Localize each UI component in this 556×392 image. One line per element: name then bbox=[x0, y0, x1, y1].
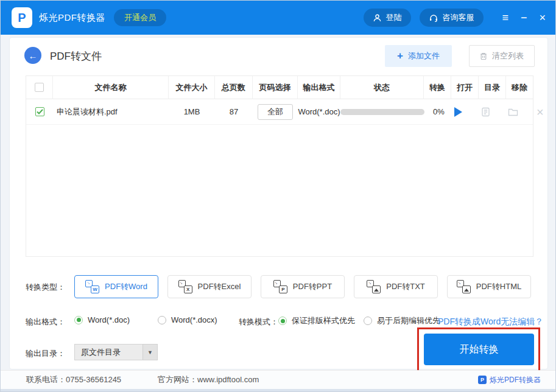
support-button[interactable]: 咨询客服 bbox=[420, 9, 484, 27]
image-icon bbox=[374, 288, 379, 292]
brand-logo-icon: P bbox=[478, 376, 487, 384]
vip-badge-button[interactable]: 开通会员 bbox=[114, 9, 166, 26]
col-convert: 转换 bbox=[424, 76, 451, 99]
login-label: 登陆 bbox=[385, 12, 401, 23]
official-website: 官方网站：www.ipdftool.com bbox=[158, 374, 259, 385]
output-dir-dropdown[interactable]: 原文件目录 ▼ bbox=[74, 344, 158, 360]
back-arrow-icon: ← bbox=[29, 51, 38, 61]
radio-edit-priority[interactable]: 易于后期编辑优先 bbox=[364, 315, 440, 326]
radio-label: Word(*.doc) bbox=[88, 315, 130, 324]
close-icon[interactable]: × bbox=[539, 12, 546, 23]
tab-pdf-to-txt[interactable]: PDF转TXT bbox=[354, 275, 438, 298]
file-table: 文件名称 文件大小 总页数 页码选择 输出格式 状态 转换 打开 目录 移除 bbox=[26, 75, 533, 257]
radio-off-icon bbox=[364, 317, 372, 325]
radio-word-docx[interactable]: Word(*.docx) bbox=[158, 315, 217, 324]
tab-pdf-to-ppt[interactable]: P PDF转PPT bbox=[261, 275, 345, 298]
chevron-down-icon: ▼ bbox=[143, 345, 157, 360]
table-row: 申论晨读材料.pdf 1MB 87 全部 Word(*.doc) 0% bbox=[26, 99, 533, 125]
pdf-to-excel-icon: X bbox=[178, 280, 192, 293]
footer: 联系电话：0755-36561245 官方网站：www.ipdftool.com… bbox=[1, 370, 556, 389]
user-icon bbox=[373, 14, 381, 22]
image-icon bbox=[464, 288, 469, 292]
output-format-value: Word(*.doc) bbox=[298, 107, 340, 116]
cannot-edit-help-link[interactable]: PDF转换成Word无法编辑？ bbox=[438, 317, 543, 327]
page-select-button[interactable]: 全部 bbox=[258, 104, 293, 120]
col-remove: 移除 bbox=[506, 76, 533, 99]
tab-pdf-to-excel[interactable]: X PDF转Excel bbox=[167, 275, 252, 298]
clear-list-label: 清空列表 bbox=[492, 51, 524, 61]
start-convert-button[interactable]: 开始转换 bbox=[424, 334, 534, 365]
radio-on-icon bbox=[74, 316, 83, 324]
tab-pdf-to-word[interactable]: W PDF转Word bbox=[74, 275, 158, 298]
footer-brand: P 烁光PDF转换器 bbox=[478, 375, 541, 385]
radio-word-doc[interactable]: Word(*.doc) bbox=[74, 315, 130, 324]
minimize-icon[interactable]: − bbox=[521, 12, 527, 23]
select-all-checkbox[interactable] bbox=[35, 83, 44, 92]
add-files-label: 添加文件 bbox=[408, 51, 440, 61]
open-file-icon[interactable] bbox=[481, 107, 490, 117]
radio-label: 保证排版样式优先 bbox=[292, 315, 355, 326]
convert-type-tabs: W PDF转Word X PDF转Excel P PDF转PPT bbox=[74, 275, 531, 298]
col-output-format: 输出格式 bbox=[298, 76, 340, 99]
total-pages: 87 bbox=[215, 107, 253, 116]
remove-file-icon[interactable]: × bbox=[537, 106, 544, 118]
app-window: P 烁光PDF转换器 开通会员 登陆 bbox=[0, 0, 556, 392]
col-file-size: 文件大小 bbox=[169, 76, 215, 99]
tab-pdf-to-html[interactable]: PDF转HTML bbox=[447, 275, 531, 298]
col-file-name: 文件名称 bbox=[53, 76, 169, 99]
col-directory: 目录 bbox=[479, 76, 506, 99]
pdf-to-txt-icon bbox=[367, 280, 381, 293]
headset-icon bbox=[429, 14, 438, 22]
col-open: 打开 bbox=[451, 76, 479, 99]
progress-text: 0% bbox=[433, 107, 445, 116]
add-files-button[interactable]: + 添加文件 bbox=[385, 45, 452, 67]
tab-label: PDF转TXT bbox=[386, 281, 425, 292]
col-page-select: 页码选择 bbox=[253, 76, 298, 99]
progress-bar bbox=[340, 109, 424, 115]
row-checkbox[interactable] bbox=[35, 107, 44, 116]
app-logo-icon: P bbox=[12, 7, 32, 28]
tab-label: PDF转Excel bbox=[198, 281, 241, 292]
convert-play-button[interactable] bbox=[454, 107, 462, 117]
menu-icon[interactable]: ≡ bbox=[502, 12, 508, 23]
login-button[interactable]: 登陆 bbox=[364, 9, 411, 27]
radio-label: Word(*.docx) bbox=[171, 315, 217, 324]
trash-icon bbox=[480, 52, 487, 60]
title-bar: P 烁光PDF转换器 开通会员 登陆 bbox=[1, 1, 556, 35]
back-button[interactable]: ← bbox=[24, 47, 41, 64]
main-panel: ← PDF转文件 + 添加文件 清空列表 文件名称 文件大小 总页数 页码选择 bbox=[9, 37, 548, 369]
pdf-to-ppt-icon: P bbox=[273, 280, 287, 293]
app-title: 烁光PDF转换器 bbox=[39, 12, 105, 24]
window-bottom-edge bbox=[1, 389, 556, 392]
table-header-row: 文件名称 文件大小 总页数 页码选择 输出格式 状态 转换 打开 目录 移除 bbox=[26, 76, 533, 99]
radio-layout-priority[interactable]: 保证排版样式优先 bbox=[278, 315, 355, 326]
file-size: 1MB bbox=[169, 107, 215, 116]
brand-name: 烁光PDF转换器 bbox=[490, 375, 541, 385]
col-total-pages: 总页数 bbox=[215, 76, 253, 99]
pdf-to-html-icon bbox=[457, 280, 471, 293]
pdf-to-word-icon: W bbox=[85, 280, 99, 293]
radio-on-icon bbox=[278, 317, 287, 325]
col-status: 状态 bbox=[340, 76, 424, 99]
page-title: PDF转文件 bbox=[50, 49, 102, 63]
output-format-label: 输出格式： bbox=[26, 317, 65, 327]
convert-mode-label: 转换模式： bbox=[239, 317, 278, 327]
support-label: 咨询客服 bbox=[442, 12, 474, 23]
clear-list-button[interactable]: 清空列表 bbox=[469, 45, 535, 67]
tab-label: PDF转PPT bbox=[293, 281, 332, 292]
output-dir-label: 输出目录： bbox=[26, 348, 65, 359]
tab-label: PDF转Word bbox=[105, 281, 147, 292]
plus-icon: + bbox=[397, 50, 403, 62]
output-dir-value: 原文件目录 bbox=[75, 347, 143, 358]
file-name: 申论晨读材料.pdf bbox=[53, 107, 169, 117]
open-folder-icon[interactable] bbox=[508, 108, 518, 116]
tab-label: PDF转HTML bbox=[476, 281, 521, 292]
radio-label: 易于后期编辑优先 bbox=[377, 315, 440, 326]
convert-type-label: 转换类型： bbox=[26, 282, 65, 293]
contact-phone: 联系电话：0755-36561245 bbox=[26, 374, 121, 385]
radio-off-icon bbox=[158, 316, 166, 324]
